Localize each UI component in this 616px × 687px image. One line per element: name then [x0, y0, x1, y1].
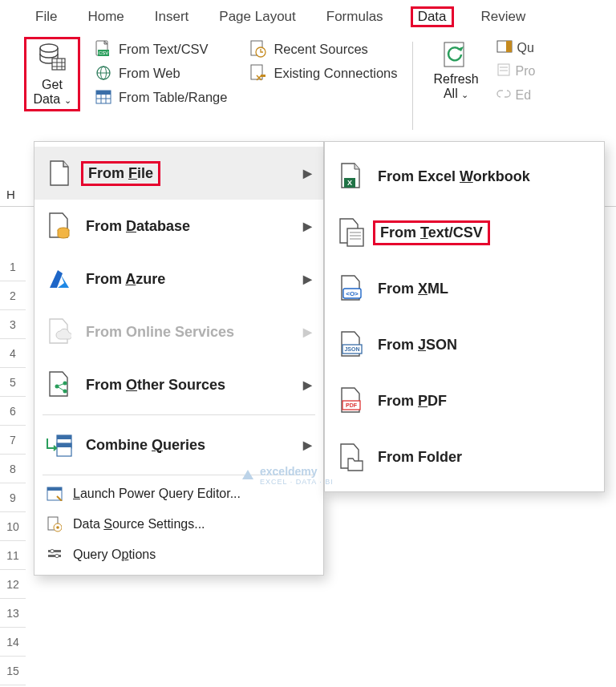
tab-home[interactable]: Home	[84, 7, 127, 26]
from-table-range-label: From Table/Range	[119, 90, 227, 105]
from-other-sources-menuitem[interactable]: From Other Sources ▶	[34, 358, 323, 411]
tab-review[interactable]: Review	[478, 7, 529, 26]
row-header[interactable]: 7	[0, 426, 26, 455]
from-database-menuitem[interactable]: From Database ▶	[34, 200, 323, 253]
svg-point-45	[55, 554, 59, 557]
ribbon-col-3: Qu Pro Ed	[496, 37, 536, 104]
get-data-dropdown: From File ▶ From Database ▶ From Azure ▶…	[34, 141, 324, 576]
recent-sources-button[interactable]: Recent Sources	[249, 40, 397, 58]
existing-connections-button[interactable]: Existing Connections	[249, 64, 397, 82]
properties-icon	[496, 63, 511, 80]
from-web-label: From Web	[119, 66, 180, 81]
ribbon-tabs: File Home Insert Page Layout Formulas Da…	[0, 0, 616, 30]
from-text-csv-label: From Text/CSV	[119, 42, 209, 57]
get-data-label: Get Data ⌄	[33, 78, 71, 106]
from-web-button[interactable]: From Web	[95, 64, 227, 82]
chevron-right-icon: ▶	[303, 167, 312, 180]
from-table-range-button[interactable]: From Table/Range	[95, 88, 227, 106]
from-xml-label: From XML	[378, 281, 448, 297]
from-json-label: From JSON	[378, 337, 457, 354]
edit-links-icon	[496, 87, 511, 104]
row-header[interactable]: 2	[0, 281, 26, 310]
tab-file[interactable]: File	[32, 7, 60, 26]
svg-rect-48	[347, 228, 363, 246]
excel-workbook-icon: X	[338, 163, 365, 190]
from-text-csv-button[interactable]: CSV From Text/CSV	[95, 40, 227, 58]
svg-rect-24	[498, 64, 509, 75]
tab-data[interactable]: Data	[411, 6, 454, 27]
get-data-button[interactable]: Get Data ⌄	[24, 37, 80, 111]
svg-text:<O>: <O>	[346, 290, 359, 297]
launch-pq-label: Launch Power Query Editor...	[73, 487, 241, 501]
svg-rect-1	[52, 59, 65, 70]
data-source-settings-menuitem[interactable]: Data Source Settings...	[34, 509, 323, 539]
pq-editor-icon	[46, 485, 63, 503]
ribbon-col-2: Recent Sources Existing Connections	[249, 37, 397, 82]
column-header-h[interactable]: H	[6, 188, 15, 201]
tab-page-layout[interactable]: Page Layout	[216, 7, 298, 26]
svg-text:PDF: PDF	[346, 402, 358, 408]
from-xml-menuitem[interactable]: <O> From XML	[325, 261, 604, 317]
combine-icon	[46, 431, 73, 459]
row-header[interactable]: 14	[0, 628, 26, 657]
chevron-right-icon: ▶	[303, 273, 312, 285]
ribbon-col-1: CSV From Text/CSV From Web From Table/Ra…	[95, 37, 227, 106]
row-header[interactable]: 8	[0, 455, 26, 483]
row-header[interactable]: 4	[0, 339, 26, 368]
row-header[interactable]: 5	[0, 368, 26, 397]
refresh-all-button[interactable]: Refresh All ⌄	[428, 37, 485, 101]
from-pdf-menuitem[interactable]: PDF From PDF	[325, 373, 604, 429]
table-icon	[95, 88, 112, 106]
svg-text:CSV: CSV	[99, 51, 108, 55]
row-header[interactable]: 11	[0, 541, 26, 570]
svg-point-0	[40, 44, 58, 52]
xml-icon: <O>	[338, 275, 365, 302]
cloud-file-icon	[46, 318, 73, 346]
chevron-right-icon: ▶	[303, 325, 312, 338]
from-azure-menuitem[interactable]: From Azure ▶	[34, 253, 323, 305]
from-azure-label: From Azure	[86, 271, 165, 288]
ribbon-data: Get Data ⌄ CSV From Text/CSV From Web Fr…	[0, 30, 616, 135]
refresh-icon	[442, 40, 471, 72]
queries-connections-button[interactable]: Qu	[496, 40, 536, 56]
from-excel-workbook-menuitem[interactable]: X From Excel Workbook	[325, 148, 604, 204]
svg-text:X: X	[347, 179, 352, 187]
tab-insert[interactable]: Insert	[152, 7, 192, 26]
query-options-menuitem[interactable]: Query Options	[34, 539, 323, 570]
row-header[interactable]: 3	[0, 310, 26, 339]
from-file-menuitem[interactable]: From File ▶	[34, 147, 323, 200]
refresh-all-label: Refresh All ⌄	[434, 72, 479, 101]
properties-button[interactable]: Pro	[496, 63, 536, 80]
row-header[interactable]: 12	[0, 570, 26, 599]
row-header[interactable]: 1	[0, 253, 26, 281]
row-header[interactable]: 13	[0, 599, 26, 628]
text-file-icon: CSV	[95, 40, 112, 58]
edit-links-button[interactable]: Ed	[496, 87, 536, 104]
row-headers: 1 2 3 4 5 6 7 8 9 10 11 12 13 14 15	[0, 253, 26, 685]
row-header[interactable]: 6	[0, 397, 26, 426]
svg-rect-13	[96, 91, 111, 95]
combine-queries-menuitem[interactable]: Combine Queries ▶	[34, 418, 323, 471]
from-json-menuitem[interactable]: JSON From JSON	[325, 317, 604, 373]
from-text-csv-label: From Text/CSV	[373, 220, 490, 245]
svg-rect-19	[251, 65, 262, 79]
from-file-submenu: X From Excel Workbook From Text/CSV <O> …	[324, 141, 605, 492]
chevron-right-icon: ▶	[303, 220, 312, 232]
from-folder-menuitem[interactable]: From Folder	[325, 429, 604, 485]
svg-point-44	[51, 549, 54, 552]
row-header[interactable]: 10	[0, 512, 26, 541]
from-folder-label: From Folder	[378, 449, 462, 466]
svg-rect-38	[47, 487, 62, 491]
row-header[interactable]: 15	[0, 657, 26, 685]
from-file-label: From File	[81, 161, 160, 186]
file-icon	[46, 160, 73, 187]
chevron-right-icon: ▶	[303, 378, 312, 391]
other-sources-icon	[46, 371, 73, 398]
svg-text:JSON: JSON	[344, 346, 359, 352]
pdf-icon: PDF	[338, 387, 365, 414]
tab-formulas[interactable]: Formulas	[323, 7, 387, 26]
svg-rect-36	[57, 443, 71, 447]
from-text-csv-menuitem[interactable]: From Text/CSV	[325, 204, 604, 261]
row-header[interactable]: 9	[0, 483, 26, 512]
settings-file-icon	[46, 515, 63, 533]
